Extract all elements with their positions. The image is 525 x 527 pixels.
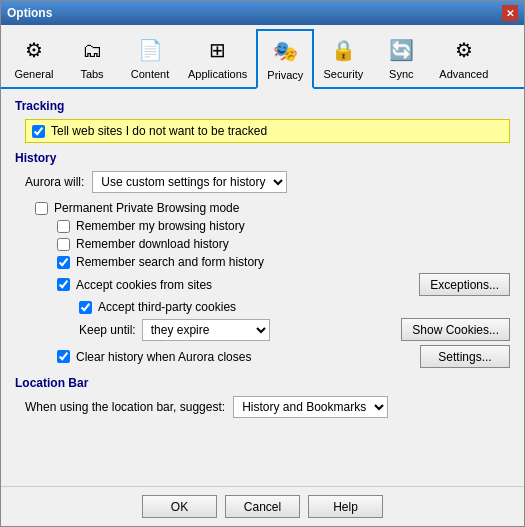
permanent-private-label: Permanent Private Browsing mode [54,201,239,215]
remember-search-label: Remember search and form history [76,255,264,269]
tabs-label: Tabs [80,68,103,80]
aurora-will-label: Aurora will: [25,175,84,189]
applications-label: Applications [188,68,247,80]
remember-search-checkbox[interactable] [57,256,70,269]
keep-until-row: Keep until: they expire I close Firefox … [79,318,510,341]
content-label: Content [131,68,170,80]
exceptions-button[interactable]: Exceptions... [419,273,510,296]
suggest-row: When using the location bar, suggest: Hi… [25,396,510,418]
location-bar-header: Location Bar [15,376,510,390]
tab-tabs[interactable]: 🗂 Tabs [63,29,121,89]
remember-download-row: Remember download history [57,237,510,251]
privacy-label: Privacy [267,69,303,81]
history-section: Aurora will: Remember history Never reme… [15,171,510,368]
remember-browsing-label: Remember my browsing history [76,219,245,233]
tab-content[interactable]: 📄 Content [121,29,179,89]
tracking-checkbox-row: Tell web sites I do not want to be track… [25,119,510,143]
accept-cookies-label: Accept cookies from sites [76,278,212,292]
third-party-indent: Accept third-party cookies Keep until: t… [79,300,510,341]
suggest-select[interactable]: History and Bookmarks History Bookmarks … [233,396,388,418]
remember-download-checkbox[interactable] [57,238,70,251]
window-title: Options [7,6,52,20]
sync-label: Sync [389,68,413,80]
show-cookies-button[interactable]: Show Cookies... [401,318,510,341]
accept-cookies-checkbox[interactable] [57,278,70,291]
tracking-header: Tracking [15,99,510,113]
privacy-icon: 🎭 [269,35,301,67]
help-button[interactable]: Help [308,495,383,518]
suggest-label: When using the location bar, suggest: [25,400,225,414]
tracking-checkbox[interactable] [32,125,45,138]
remember-browsing-checkbox[interactable] [57,220,70,233]
accept-cookies-checkbox-row: Accept cookies from sites [57,278,419,292]
close-button[interactable]: ✕ [502,5,518,21]
keep-until-label: Keep until: [79,323,136,337]
tabs-icon: 🗂 [76,34,108,66]
tracking-section: Tell web sites I do not want to be track… [15,119,510,143]
sync-icon: 🔄 [385,34,417,66]
third-party-row: Accept third-party cookies [79,300,510,314]
clear-history-row: Clear history when Aurora closes Setting… [57,345,510,368]
aurora-will-row: Aurora will: Remember history Never reme… [25,171,510,193]
accept-cookies-row: Accept cookies from sites Exceptions... [57,273,510,296]
advanced-label: Advanced [439,68,488,80]
content-area: Tracking Tell web sites I do not want to… [1,89,524,486]
third-party-label: Accept third-party cookies [98,300,236,314]
permanent-private-row: Permanent Private Browsing mode [35,201,510,215]
history-header: History [15,151,510,165]
clear-history-checkbox-row: Clear history when Aurora closes [57,350,420,364]
title-bar: Options ✕ [1,1,524,25]
tracking-label: Tell web sites I do not want to be track… [51,124,267,138]
clear-history-label: Clear history when Aurora closes [76,350,251,364]
tab-general[interactable]: ⚙ General [5,29,63,89]
accept-cookies-left: Accept cookies from sites [57,274,419,296]
toolbar: ⚙ General 🗂 Tabs 📄 Content ⊞ Application… [1,25,524,89]
options-window: Options ✕ ⚙ General 🗂 Tabs 📄 Content ⊞ A… [0,0,525,527]
security-label: Security [323,68,363,80]
keep-until-left: Keep until: they expire I close Firefox … [79,319,270,341]
tab-security[interactable]: 🔒 Security [314,29,372,89]
general-label: General [14,68,53,80]
history-sub-options: Remember my browsing history Remember do… [57,219,510,368]
keep-until-select[interactable]: they expire I close Firefox ask me every… [142,319,270,341]
history-mode-select[interactable]: Remember history Never remember history … [92,171,287,193]
remember-search-row: Remember search and form history [57,255,510,269]
general-icon: ⚙ [18,34,50,66]
tab-privacy[interactable]: 🎭 Privacy [256,29,314,89]
cancel-button[interactable]: Cancel [225,495,300,518]
ok-button[interactable]: OK [142,495,217,518]
third-party-checkbox[interactable] [79,301,92,314]
content-icon: 📄 [134,34,166,66]
settings-button[interactable]: Settings... [420,345,510,368]
advanced-icon: ⚙ [448,34,480,66]
security-icon: 🔒 [327,34,359,66]
tab-advanced[interactable]: ⚙ Advanced [430,29,497,89]
remember-browsing-row: Remember my browsing history [57,219,510,233]
remember-download-label: Remember download history [76,237,229,251]
location-bar-section: When using the location bar, suggest: Hi… [15,396,510,418]
tab-sync[interactable]: 🔄 Sync [372,29,430,89]
clear-history-checkbox[interactable] [57,350,70,363]
history-options: Permanent Private Browsing mode Remember… [35,201,510,368]
tab-applications[interactable]: ⊞ Applications [179,29,256,89]
clear-history-left: Clear history when Aurora closes [57,346,420,368]
permanent-private-checkbox[interactable] [35,202,48,215]
footer-bar: OK Cancel Help [1,486,524,526]
applications-icon: ⊞ [202,34,234,66]
